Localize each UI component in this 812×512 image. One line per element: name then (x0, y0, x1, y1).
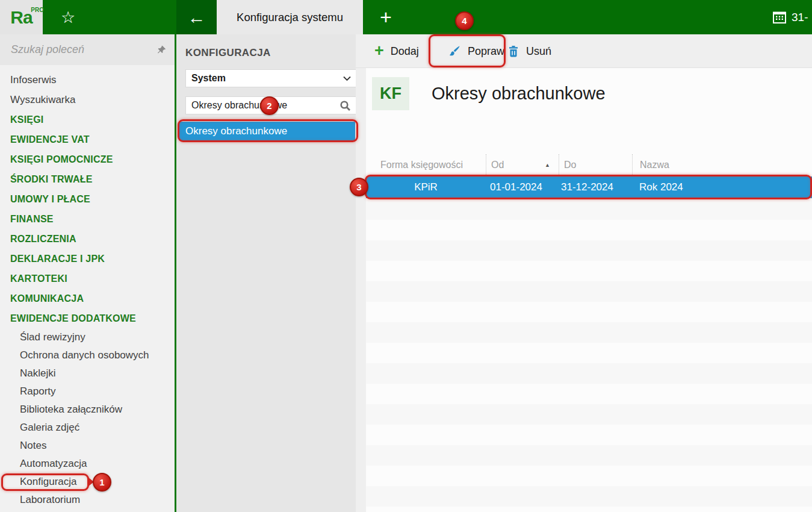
column-header-do[interactable]: Do (559, 154, 632, 176)
add-button-label: Dodaj (391, 45, 419, 58)
page-title: Okresy obrachunkowe (432, 84, 606, 104)
date-text: 31- (792, 11, 808, 24)
add-plus-icon: + (374, 43, 384, 59)
back-arrow-icon: ← (188, 7, 206, 28)
sidebar-item-ochrona-danych-osobowych[interactable]: Ochrona danych osobowych (0, 346, 175, 364)
column-header-od[interactable]: Od▲ (486, 154, 559, 176)
sidebar-item-księgi[interactable]: KSIĘGI (0, 110, 175, 130)
command-search-placeholder: Szukaj poleceń (11, 43, 157, 56)
annotation-circle-3: 3 (350, 178, 368, 196)
empty-row (366, 199, 812, 220)
table-header: Forma księgowościOd▲DoNazwa (366, 154, 812, 176)
tab-konfiguracja-systemu[interactable]: Konfiguracja systemu (217, 0, 363, 34)
empty-row (366, 302, 812, 322)
annotation-outline-config-item (178, 119, 358, 142)
sidebar: Szukaj poleceń InfoserwisWyszukiwarkaKSI… (0, 34, 175, 512)
sidebar-item-infoserwis[interactable]: Infoserwis (0, 70, 175, 90)
annotation-circle-2: 2 (260, 96, 279, 115)
star-icon: ☆ (61, 8, 75, 27)
sidebar-item-raporty[interactable]: Raporty (0, 382, 175, 401)
sidebar-item-kartoteki[interactable]: KARTOTEKI (0, 269, 175, 289)
magnifier-icon[interactable] (339, 100, 351, 111)
column-header-nazwa[interactable]: Nazwa (632, 154, 812, 176)
delete-button-label: Usuń (526, 45, 551, 58)
top-bar: RaPRO ☆ ← Konfiguracja systemu + 31- (0, 0, 812, 34)
logo-pro-badge: PRO (31, 7, 44, 13)
logo-text: Ra (10, 7, 32, 27)
sidebar-item-automatyzacja[interactable]: Automatyzacja (0, 455, 175, 473)
sidebar-item-laboratorium[interactable]: Laboratorium (0, 491, 175, 509)
command-search[interactable]: Szukaj poleceń (0, 34, 175, 65)
annotation-outline-konfiguracja (1, 473, 89, 491)
sidebar-item-wyszukiwarka[interactable]: Wyszukiwarka (0, 90, 175, 110)
empty-row (366, 425, 812, 445)
add-button[interactable]: + Dodaj (374, 34, 419, 68)
empty-row (366, 363, 812, 384)
content-area: KF Okresy obrachunkowe Forma księgowości… (366, 68, 812, 512)
delete-button[interactable]: Usuń (507, 34, 551, 68)
empty-row (366, 486, 812, 507)
tab-title: Konfiguracja systemu (237, 11, 343, 24)
sidebar-item-naklejki[interactable]: Naklejki (0, 364, 175, 382)
back-button[interactable]: ← (176, 0, 217, 34)
app-logo: RaPRO (0, 0, 43, 34)
pin-icon[interactable] (157, 45, 167, 55)
sidebar-item-ewidencje-vat[interactable]: EWIDENCJE VAT (0, 130, 175, 149)
new-tab-button[interactable]: + (363, 0, 409, 34)
dropdown-selected-value: System (191, 73, 343, 84)
empty-row (366, 261, 812, 281)
sort-asc-icon: ▲ (545, 162, 550, 168)
favorites-button[interactable]: ☆ (43, 0, 93, 34)
empty-row (366, 507, 812, 512)
module-badge: KF (372, 77, 409, 110)
empty-row (366, 466, 812, 486)
sidebar-item-finanse[interactable]: FINANSE (0, 209, 175, 229)
config-panel-title: KONFIGURACJA (185, 47, 271, 59)
trash-icon (507, 45, 519, 58)
annotation-circle-1: 1 (93, 473, 111, 492)
empty-row (366, 384, 812, 404)
annotation-circle-4: 4 (455, 11, 474, 30)
sidebar-item-notes[interactable]: Notes (0, 437, 175, 455)
sidebar-item-deklaracje-i-jpk[interactable]: DEKLARACJE I JPK (0, 249, 175, 269)
sidebar-item-biblioteka-załączników[interactable]: Biblioteka załączników (0, 401, 175, 419)
app: { "topbar": { "logo_text": "Ra", "logo_s… (0, 0, 812, 512)
sidebar-item-ewidencje-dodatkowe[interactable]: EWIDENCJE DODATKOWE (0, 308, 175, 328)
empty-row (366, 220, 812, 240)
annotation-outline-row (365, 175, 812, 199)
annotation-outline-popraw (429, 34, 506, 67)
date-widget[interactable]: 31- (772, 0, 812, 34)
empty-row (366, 240, 812, 261)
empty-row (366, 281, 812, 302)
empty-row (366, 322, 812, 343)
main-toolbar: + Dodaj Popraw Usuń (356, 34, 812, 68)
chevron-down-icon (343, 76, 351, 81)
sidebar-item-księgi-pomocnicze[interactable]: KSIĘGI POMOCNICZE (0, 149, 175, 169)
sidebar-item-komunikacja[interactable]: KOMUNIKACJA (0, 289, 175, 308)
sidebar-item-umowy-i-płace[interactable]: UMOWY I PŁACE (0, 189, 175, 209)
sidebar-nav: InfoserwisWyszukiwarkaKSIĘGIEWIDENCJE VA… (0, 65, 175, 509)
calendar-icon (772, 10, 787, 25)
column-header-forma-księgowości[interactable]: Forma księgowości (366, 154, 486, 176)
empty-row (366, 343, 812, 363)
plus-icon: + (380, 5, 392, 29)
sidebar-item-ślad-rewizyjny[interactable]: Ślad rewizyjny (0, 328, 175, 346)
empty-row (366, 445, 812, 466)
config-scope-dropdown[interactable]: System (185, 69, 357, 87)
sidebar-item-galeria-zdjęć[interactable]: Galeria zdjęć (0, 419, 175, 437)
table-empty-rows (366, 199, 812, 512)
sidebar-item-środki-trwałe[interactable]: ŚRODKI TRWAŁE (0, 169, 175, 189)
sidebar-item-rozliczenia[interactable]: ROZLICZENIA (0, 229, 175, 249)
empty-row (366, 404, 812, 425)
